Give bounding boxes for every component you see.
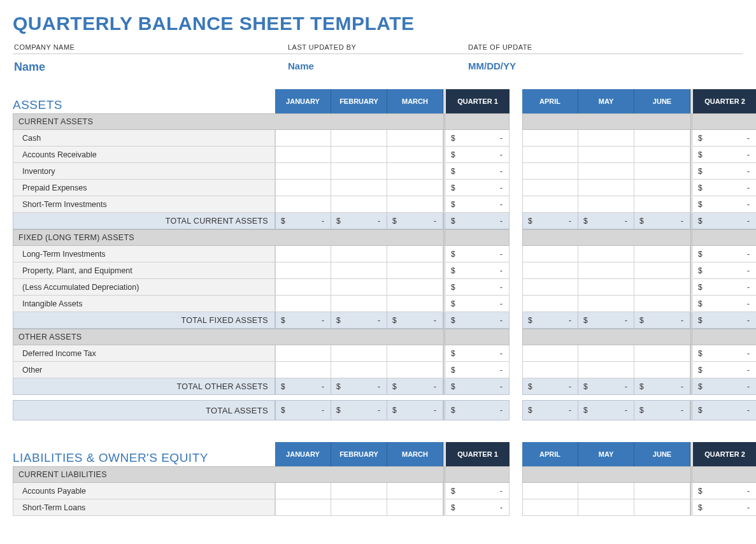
col-january: JANUARY [275,442,331,466]
data-cell[interactable] [522,180,578,196]
data-cell[interactable] [578,147,634,163]
data-cell[interactable] [634,279,690,296]
data-cell[interactable] [634,180,690,196]
data-cell[interactable] [387,246,443,262]
data-cell[interactable] [578,345,634,362]
data-cell[interactable] [578,279,634,296]
data-cell[interactable] [634,130,690,147]
data-cell[interactable] [578,483,634,499]
data-cell[interactable] [634,246,690,262]
data-cell[interactable] [331,246,387,262]
data-cell[interactable] [387,262,443,279]
data-cell[interactable] [331,345,387,362]
data-cell[interactable] [634,262,690,279]
data-cell[interactable] [522,362,578,378]
data-cell[interactable] [522,196,578,213]
data-cell[interactable] [578,180,634,196]
data-cell[interactable] [387,499,443,516]
data-cell[interactable] [275,362,331,378]
data-cell[interactable] [275,345,331,362]
data-cell[interactable] [522,279,578,296]
gap [510,180,522,196]
total-cell [522,213,578,229]
quarter-cell [693,296,756,312]
data-cell[interactable] [387,296,443,312]
data-cell[interactable] [578,362,634,378]
data-cell[interactable] [522,147,578,163]
subheader-fill [578,229,634,246]
data-cell[interactable] [387,345,443,362]
data-cell[interactable] [522,246,578,262]
total-cell [275,213,331,229]
data-cell[interactable] [275,499,331,516]
total-cell [446,400,510,420]
data-cell[interactable] [387,483,443,499]
data-cell[interactable] [634,362,690,378]
data-cell[interactable] [331,147,387,163]
data-cell[interactable] [522,483,578,499]
total-cell [693,400,756,420]
data-cell[interactable] [522,130,578,147]
row-label: Cash [13,130,275,147]
data-cell[interactable] [331,362,387,378]
subheader-fill [387,229,443,246]
updated-by-value[interactable]: Name [288,61,468,74]
data-cell[interactable] [387,279,443,296]
company-name-value[interactable]: Name [13,61,288,74]
date-of-update-value[interactable]: MM/DD/YY [468,61,659,74]
data-cell[interactable] [331,130,387,147]
data-cell[interactable] [387,163,443,180]
data-cell[interactable] [634,345,690,362]
data-cell[interactable] [522,262,578,279]
data-cell[interactable] [578,246,634,262]
data-cell[interactable] [387,180,443,196]
data-cell[interactable] [275,130,331,147]
data-cell[interactable] [634,296,690,312]
data-cell[interactable] [275,196,331,213]
data-cell[interactable] [331,196,387,213]
data-cell[interactable] [387,130,443,147]
data-cell[interactable] [275,279,331,296]
data-cell[interactable] [387,362,443,378]
data-cell[interactable] [578,196,634,213]
data-cell[interactable] [578,163,634,180]
total-other-assets-label: TOTAL OTHER ASSETS [13,378,275,395]
company-name-label: COMPANY NAME [13,43,288,51]
data-cell[interactable] [634,196,690,213]
quarter-cell [693,483,756,499]
data-cell[interactable] [522,296,578,312]
data-cell[interactable] [331,279,387,296]
data-cell[interactable] [578,296,634,312]
data-cell[interactable] [634,163,690,180]
gap [510,312,522,329]
data-cell[interactable] [275,483,331,499]
data-cell[interactable] [275,246,331,262]
data-cell[interactable] [331,180,387,196]
quarter-cell [693,362,756,378]
data-cell[interactable] [634,147,690,163]
data-cell[interactable] [634,499,690,516]
data-cell[interactable] [275,296,331,312]
data-cell[interactable] [275,180,331,196]
data-cell[interactable] [387,147,443,163]
data-cell[interactable] [522,499,578,516]
data-cell[interactable] [331,262,387,279]
data-cell[interactable] [331,163,387,180]
subheader-fill [446,466,510,483]
data-cell[interactable] [578,262,634,279]
data-cell[interactable] [634,483,690,499]
subheader-fill [331,329,387,345]
data-cell[interactable] [387,196,443,213]
data-cell[interactable] [331,483,387,499]
data-cell[interactable] [275,163,331,180]
data-cell[interactable] [331,296,387,312]
data-cell[interactable] [578,499,634,516]
subheader-fill [275,229,331,246]
data-cell[interactable] [331,499,387,516]
data-cell[interactable] [275,262,331,279]
data-cell[interactable] [275,147,331,163]
data-cell[interactable] [578,130,634,147]
data-cell[interactable] [522,163,578,180]
data-cell[interactable] [522,345,578,362]
total-cell [693,312,756,329]
